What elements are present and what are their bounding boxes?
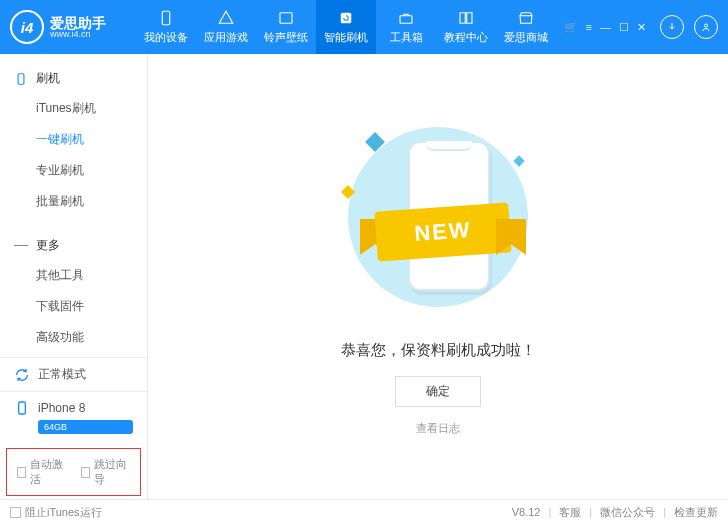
svg-rect-2 [341, 13, 352, 24]
svg-rect-1 [280, 13, 292, 24]
tab-games[interactable]: 应用游戏 [196, 0, 256, 54]
tab-store[interactable]: 爱思商城 [496, 0, 556, 54]
sidebar-item-oneclick-flash[interactable]: 一键刷机 [0, 124, 147, 155]
apps-icon [217, 9, 235, 27]
success-illustration: NEW [338, 117, 538, 317]
new-ribbon: NEW [358, 207, 528, 257]
svg-rect-3 [400, 16, 412, 24]
footer: 阻止iTunes运行 V8.12 | 客服 | 微信公众号 | 检查更新 [0, 499, 728, 524]
tab-device[interactable]: 我的设备 [136, 0, 196, 54]
device-row[interactable]: iPhone 8 64GB [0, 391, 147, 442]
mode-row[interactable]: 正常模式 [0, 357, 147, 391]
capacity-badge: 64GB [38, 420, 133, 434]
tab-flash[interactable]: 智能刷机 [316, 0, 376, 54]
svg-rect-6 [19, 402, 26, 414]
sidebar: 刷机 iTunes刷机 一键刷机 专业刷机 批量刷机 更多 其他工具 下载固件 … [0, 54, 148, 499]
tab-tutorial[interactable]: 教程中心 [436, 0, 496, 54]
device-icon [14, 400, 30, 416]
cart-icon[interactable]: 🛒 [564, 21, 578, 34]
auto-activate-checkbox[interactable]: 自动激活 [17, 457, 67, 487]
tab-ringtone[interactable]: 铃声壁纸 [256, 0, 316, 54]
menu-icon[interactable]: ≡ [586, 21, 592, 34]
content-area: NEW 恭喜您，保资料刷机成功啦！ 确定 查看日志 [148, 54, 728, 499]
success-message: 恭喜您，保资料刷机成功啦！ [341, 341, 536, 360]
store-icon [517, 9, 535, 27]
phone-icon [157, 9, 175, 27]
download-button[interactable] [660, 15, 684, 39]
logo-cn: 爱思助手 [50, 16, 106, 30]
main-tabs: 我的设备 应用游戏 铃声壁纸 智能刷机 工具箱 教程中心 爱思商城 [136, 0, 556, 54]
wechat-link[interactable]: 微信公众号 [600, 505, 655, 520]
block-itunes-checkbox[interactable]: 阻止iTunes运行 [10, 505, 102, 520]
header: i4 爱思助手 www.i4.cn 我的设备 应用游戏 铃声壁纸 智能刷机 工具… [0, 0, 728, 54]
hamburger-icon [14, 239, 28, 253]
logo-url: www.i4.cn [50, 30, 106, 39]
device-name: iPhone 8 [38, 401, 85, 415]
support-link[interactable]: 客服 [559, 505, 581, 520]
version-label: V8.12 [512, 506, 541, 518]
svg-rect-5 [18, 73, 24, 84]
mode-label: 正常模式 [38, 366, 86, 383]
sidebar-item-itunes-flash[interactable]: iTunes刷机 [0, 93, 147, 124]
logo[interactable]: i4 爱思助手 www.i4.cn [10, 10, 136, 44]
sidebar-item-download-firmware[interactable]: 下载固件 [0, 291, 147, 322]
book-icon [457, 9, 475, 27]
close-icon[interactable]: ✕ [637, 21, 646, 34]
toolbox-icon [397, 9, 415, 27]
maximize-icon[interactable]: ☐ [619, 21, 629, 34]
header-right: 🛒 ≡ — ☐ ✕ [564, 15, 718, 39]
logo-badge: i4 [10, 10, 44, 44]
ok-button[interactable]: 确定 [395, 376, 481, 407]
sidebar-section-flash: 刷机 [0, 64, 147, 93]
sidebar-item-other-tools[interactable]: 其他工具 [0, 260, 147, 291]
sync-icon [14, 367, 30, 383]
window-controls: 🛒 ≡ — ☐ ✕ [564, 21, 646, 34]
view-log-link[interactable]: 查看日志 [416, 421, 460, 436]
svg-point-4 [705, 24, 708, 27]
skip-guide-checkbox[interactable]: 跳过向导 [81, 457, 131, 487]
image-icon [277, 9, 295, 27]
minimize-icon[interactable]: — [600, 21, 611, 34]
sidebar-item-pro-flash[interactable]: 专业刷机 [0, 155, 147, 186]
user-button[interactable] [694, 15, 718, 39]
options-row: 自动激活 跳过向导 [6, 448, 141, 496]
sidebar-item-batch-flash[interactable]: 批量刷机 [0, 186, 147, 217]
refresh-icon [337, 9, 355, 27]
phone-outline-icon [14, 72, 28, 86]
sidebar-item-advanced[interactable]: 高级功能 [0, 322, 147, 353]
update-link[interactable]: 检查更新 [674, 505, 718, 520]
svg-rect-0 [162, 11, 170, 25]
sidebar-section-more: 更多 [0, 231, 147, 260]
tab-toolbox[interactable]: 工具箱 [376, 0, 436, 54]
